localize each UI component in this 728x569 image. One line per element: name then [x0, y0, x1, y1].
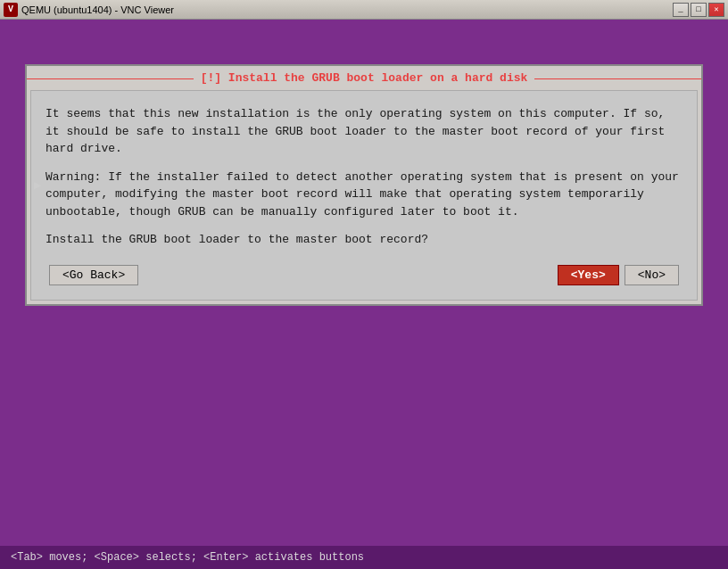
confirm-buttons: <Yes> <No>: [558, 265, 679, 285]
dialog-body: It seems that this new installation is t…: [46, 105, 682, 249]
window-title: QEMU (ubuntu1404) - VNC Viewer: [21, 4, 673, 15]
question: Install the GRUB boot loader to the mast…: [46, 231, 682, 249]
dialog-content: It seems that this new installation is t…: [30, 90, 698, 301]
dialog-buttons: <Go Back> <Yes> <No>: [46, 258, 682, 289]
title-bar: V QEMU (ubuntu1404) - VNC Viewer _ □ ✕: [0, 0, 728, 20]
go-back-button[interactable]: <Go Back>: [49, 265, 138, 285]
status-text: <Tab> moves; <Space> selects; <Enter> ac…: [11, 551, 364, 564]
vnc-display: ▶ [!] Install the GRUB boot loader on a …: [0, 20, 728, 569]
paragraph2: Warning: If the installer failed to dete…: [46, 169, 682, 221]
yes-button[interactable]: <Yes>: [558, 265, 619, 285]
paragraph1: It seems that this new installation is t…: [46, 105, 682, 158]
dialog-title: [!] Install the GRUB boot loader on a ha…: [194, 71, 535, 85]
minimize-button[interactable]: _: [673, 3, 689, 17]
no-button[interactable]: <No>: [625, 265, 679, 285]
maximize-button[interactable]: □: [691, 3, 707, 17]
status-bar: <Tab> moves; <Space> selects; <Enter> ac…: [0, 546, 728, 569]
close-button[interactable]: ✕: [708, 3, 724, 17]
grub-install-dialog: ▶ [!] Install the GRUB boot loader on a …: [25, 64, 703, 306]
scroll-indicator: ▶: [34, 177, 41, 193]
dialog-titlebar: [!] Install the GRUB boot loader on a ha…: [27, 66, 701, 90]
window-controls: _ □ ✕: [673, 3, 724, 17]
app-icon: V: [4, 3, 18, 17]
